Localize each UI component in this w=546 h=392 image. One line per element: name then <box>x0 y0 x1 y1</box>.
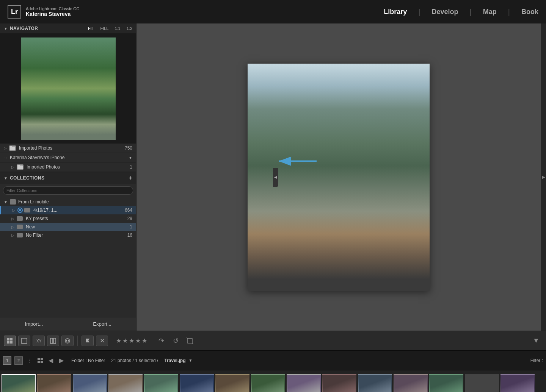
reject-button[interactable]: ✕ <box>96 336 108 346</box>
star-1[interactable]: ★ <box>116 337 121 344</box>
filmstrip-thumb-7[interactable]: ✎ <box>251 374 285 392</box>
ci-name-0: 4/19/17, 1... <box>33 208 122 213</box>
right-panel-collapse-button[interactable]: ▶ <box>541 23 546 331</box>
nav-book[interactable]: Book <box>521 6 538 17</box>
svg-rect-22 <box>38 361 40 363</box>
collections-triangle-icon: ▼ <box>4 176 8 180</box>
folder-imported-photos[interactable]: ▷ Imported Photos 750 <box>0 144 136 153</box>
flag-button[interactable] <box>82 336 94 346</box>
filmstrip-thumb-4[interactable]: ✎ <box>144 374 178 392</box>
star-2[interactable]: ★ <box>122 337 128 344</box>
nav-map[interactable]: Map <box>483 6 497 17</box>
page-1-button[interactable]: 1 <box>3 356 11 365</box>
ci-count-2: 1 <box>130 224 132 230</box>
navigator-header[interactable]: ▼ Navigator FIT FILL 1:1 1:2 <box>0 23 136 34</box>
collection-item-3[interactable]: ▷ No Filter 16 <box>0 231 136 239</box>
lr-logo: Lr <box>8 5 21 19</box>
filmstrip-thumb-2[interactable]: ✎ <box>73 374 107 392</box>
filmstrip-thumb-13[interactable]: ✎ <box>465 374 499 392</box>
current-filename[interactable]: Travel.jpg <box>164 358 185 363</box>
folder-iphone-imported[interactable]: ▷ Imported Photos 1 <box>0 162 136 172</box>
ci-expand-icon-2: ▷ <box>11 225 14 229</box>
filmstrip-prev-button[interactable]: ◀ <box>47 357 55 364</box>
device-dropdown-icon: ▼ <box>129 156 132 160</box>
filmstrip-thumb-6[interactable]: ✎ <box>215 374 249 392</box>
collection-group-header[interactable]: ▼ From Lr mobile <box>0 198 136 206</box>
collapse-arrow-icon: ◀ <box>274 175 277 179</box>
folders-section: ▷ Imported Photos 750 ↔ Katerina Stavrev… <box>0 144 136 172</box>
ci-folder-icon-3 <box>17 233 23 237</box>
svg-rect-13 <box>53 338 56 344</box>
nav-develop[interactable]: Develop <box>432 6 458 17</box>
svg-line-18 <box>187 337 188 339</box>
navigator-section: ▼ Navigator FIT FILL 1:1 1:2 <box>0 23 136 144</box>
navigator-preview <box>0 34 136 144</box>
cg-expand-icon: ▼ <box>4 200 8 204</box>
add-collection-button[interactable]: + <box>129 175 132 181</box>
survey-view-button[interactable] <box>47 336 59 346</box>
ci-folder-icon-1 <box>17 216 23 221</box>
nav-fit[interactable]: FIT <box>88 26 94 31</box>
star-4[interactable]: ★ <box>135 337 141 344</box>
collections-section: ▼ Collections + ▼ From Lr mobile ▷ <box>0 172 136 317</box>
nav-library[interactable]: Library <box>384 6 407 17</box>
left-panel: ▼ Navigator FIT FILL 1:1 1:2 <box>0 23 136 331</box>
expand-filmstrip-button[interactable]: ▼ <box>530 336 542 346</box>
nav-1to1[interactable]: 1:1 <box>115 26 120 31</box>
toolbar-separator-3 <box>151 336 151 346</box>
filmstrip-thumb-8[interactable]: ✎ <box>287 374 321 392</box>
navigator-options: FIT FILL 1:1 1:2 <box>88 26 132 31</box>
app-name: Adobe Lightroom Classic CC <box>26 6 79 11</box>
rotate-button[interactable]: ↷ <box>155 336 167 346</box>
svg-point-15 <box>66 340 67 340</box>
svg-rect-10 <box>22 338 27 344</box>
folder-icon-2 <box>17 164 24 170</box>
rotate-left-button[interactable]: ↺ <box>169 336 182 346</box>
navigator-preview-image <box>21 37 116 140</box>
filmstrip-next-button[interactable]: ▶ <box>58 357 65 364</box>
collection-group-lr-mobile: ▼ From Lr mobile ▷ 4/19/17, 1... 664 ▷ <box>0 197 136 240</box>
nav-1to2[interactable]: 1:2 <box>127 26 132 31</box>
device-name: Katerina Stavreva's iPhone <box>10 155 129 160</box>
filter-label: Filter : <box>530 358 543 363</box>
filmstrip-thumb-1[interactable]: ✎ <box>37 374 71 392</box>
filmstrip-thumb-14[interactable]: ✎ <box>500 374 535 392</box>
page-2-button[interactable]: 2 <box>14 356 23 365</box>
device-row-iphone[interactable]: ↔ Katerina Stavreva's iPhone ▼ <box>0 153 136 162</box>
collection-item-1[interactable]: ▷ KY presets 29 <box>0 214 136 223</box>
collection-item-2[interactable]: ▷ New 1 <box>0 223 136 231</box>
nav-fill[interactable]: FILL <box>100 26 108 31</box>
svg-rect-20 <box>38 358 40 360</box>
filmstrip-thumb-5[interactable]: ✎ <box>180 374 214 392</box>
folder-expand-icon-2: ▷ <box>11 165 14 169</box>
star-3[interactable]: ★ <box>129 337 134 344</box>
ci-name-1: KY presets <box>26 216 124 221</box>
import-button[interactable]: Import... <box>0 317 68 331</box>
grid-view-button[interactable] <box>4 336 16 346</box>
collections-header[interactable]: ▼ Collections + <box>0 172 136 184</box>
crop-button[interactable] <box>184 336 196 346</box>
toolbar-separator-1 <box>77 336 78 346</box>
filmstrip-thumb-3[interactable]: ✎ <box>108 374 143 392</box>
svg-rect-12 <box>50 338 53 344</box>
compare-view-button[interactable]: XY <box>33 336 45 346</box>
svg-rect-6 <box>7 338 9 340</box>
star-5[interactable]: ★ <box>142 337 147 344</box>
filename-dropdown-icon[interactable]: ▼ <box>188 358 192 362</box>
ci-folder-icon-0 <box>24 208 30 212</box>
main-area: ▼ Navigator FIT FILL 1:1 1:2 <box>0 23 546 331</box>
filmstrip-thumb-9[interactable]: ✎ <box>322 374 356 392</box>
loupe-view-button[interactable] <box>18 336 30 346</box>
filmstrip-grid-icon[interactable] <box>37 358 43 364</box>
filmstrip-thumb-0[interactable]: ✎ <box>2 374 36 392</box>
collection-item-0[interactable]: ▷ 4/19/17, 1... 664 <box>0 206 136 214</box>
export-button[interactable]: Export... <box>68 317 136 331</box>
filmstrip-thumb-10[interactable]: ✎ <box>358 374 392 392</box>
right-collapse-arrow-icon: ▶ <box>542 175 545 179</box>
filter-collections-input[interactable] <box>3 186 133 195</box>
face-detect-button[interactable] <box>61 336 74 346</box>
filmstrip-thumb-11[interactable]: ✎ <box>394 374 428 392</box>
navigator-triangle-icon: ▼ <box>4 27 8 31</box>
left-panel-collapse-button[interactable]: ◀ <box>273 168 278 187</box>
filmstrip-thumb-12[interactable]: ✎ <box>429 374 463 392</box>
